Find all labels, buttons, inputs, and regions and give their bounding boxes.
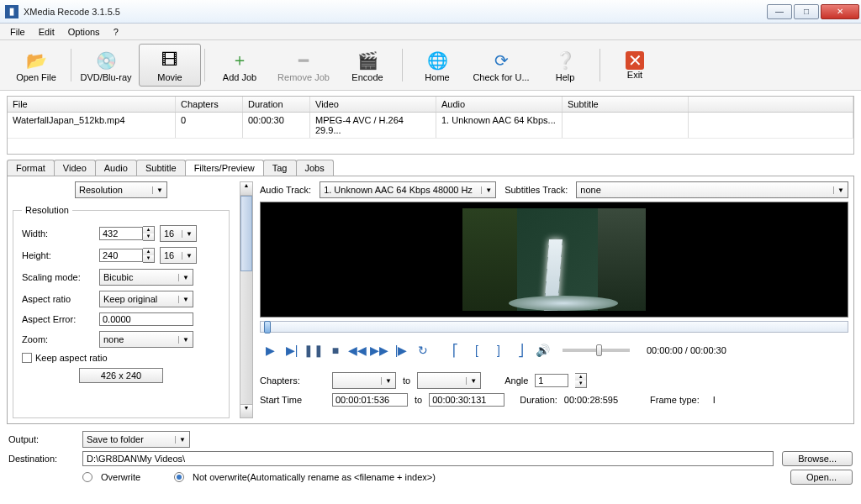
tab-filters[interactable]: Filters/Preview — [185, 160, 264, 176]
start-time-label: Start Time — [260, 395, 325, 405]
tab-subtitle[interactable]: Subtitle — [136, 160, 186, 176]
tab-jobs[interactable]: Jobs — [296, 160, 334, 176]
stop-button[interactable]: ■ — [325, 341, 346, 360]
height-step-select[interactable]: 16▼ — [160, 247, 197, 264]
encode-button[interactable]: 🎬Encode — [336, 44, 399, 87]
menu-help[interactable]: ? — [107, 25, 125, 39]
check-updates-button[interactable]: ⟳Check for U... — [470, 44, 532, 87]
col-duration[interactable]: Duration — [243, 97, 310, 112]
bracket-right-button[interactable]: ] — [489, 341, 509, 360]
tab-format[interactable]: Format — [7, 160, 55, 176]
error-input[interactable]: 0.0000 — [99, 312, 193, 326]
col-video[interactable]: Video — [310, 97, 436, 112]
height-spinner[interactable]: ▲▼ — [143, 248, 155, 263]
pause-button[interactable]: ❚❚ — [304, 341, 324, 360]
help-icon: ❔ — [553, 49, 577, 72]
menu-edit[interactable]: Edit — [32, 25, 61, 39]
output-select[interactable]: Save to folder▼ — [82, 431, 190, 448]
dvd-button[interactable]: 💿DVD/Blu-ray — [75, 44, 137, 87]
output-area: Output: Save to folder▼ Destination: D:\… — [8, 431, 853, 485]
not-overwrite-radio[interactable] — [174, 472, 184, 482]
scaling-select[interactable]: Bicubic▼ — [99, 269, 193, 286]
start-time-input[interactable]: 00:00:01:536 — [332, 393, 408, 407]
tab-audio[interactable]: Audio — [95, 160, 137, 176]
open-button[interactable]: Open... — [790, 470, 853, 485]
width-step-select[interactable]: 16▼ — [160, 225, 197, 242]
left-scrollbar[interactable]: ▲▼ — [240, 181, 253, 418]
video-preview — [260, 202, 848, 318]
destination-input[interactable]: D:\GR8DAN\My Videos\ — [82, 451, 774, 466]
fastfwd-button[interactable]: ▶▶ — [369, 341, 389, 360]
chapter-from-select[interactable]: ▼ — [332, 372, 396, 389]
film-icon: 🎞 — [158, 49, 182, 72]
height-input[interactable]: 240 — [99, 249, 143, 262]
maximize-button[interactable]: □ — [794, 4, 819, 19]
seek-handle[interactable] — [264, 321, 271, 333]
col-audio[interactable]: Audio — [436, 97, 563, 112]
width-input[interactable]: 432 — [99, 227, 143, 240]
bracket-left-button[interactable]: [ — [467, 341, 487, 360]
globe-icon: 🌐 — [425, 49, 449, 72]
movie-button[interactable]: 🎞Movie — [139, 44, 201, 87]
zoom-select[interactable]: none▼ — [99, 331, 193, 348]
angle-spinner[interactable]: ▲▼ — [575, 373, 587, 388]
rewind-button[interactable]: ◀◀ — [347, 341, 367, 360]
add-job-button[interactable]: ＋Add Job — [209, 44, 271, 87]
mark-in-button[interactable]: ⎡ — [445, 341, 465, 360]
minimize-button[interactable]: — — [767, 4, 792, 19]
refresh-icon: ⟳ — [489, 49, 513, 72]
encode-icon: 🎬 — [356, 49, 379, 72]
keep-aspect-label: Keep aspect ratio — [35, 353, 108, 363]
close-button[interactable]: ✕ — [821, 4, 859, 19]
titlebar: ▮ XMedia Recode 3.1.5.5 — □ ✕ — [0, 0, 861, 24]
angle-input[interactable]: 1 — [535, 374, 568, 387]
disc-icon: 💿 — [94, 49, 118, 72]
file-row[interactable]: WaterfallJapan_512kb.mp4 0 00:00:30 MPEG… — [8, 113, 853, 139]
tab-video[interactable]: Video — [54, 160, 96, 176]
keep-aspect-checkbox[interactable] — [22, 353, 32, 363]
duration-label: Duration: — [520, 395, 557, 405]
toolbar: 📂Open File 💿DVD/Blu-ray 🎞Movie ＋Add Job … — [0, 40, 861, 91]
not-overwrite-label: Not overwrite(Automatically rename as <f… — [193, 472, 436, 482]
tab-tag[interactable]: Tag — [263, 160, 297, 176]
menu-options[interactable]: Options — [61, 25, 107, 39]
play-button[interactable]: ▶ — [260, 341, 280, 360]
filter-mode-select[interactable]: Resolution▼ — [75, 181, 167, 198]
playback-controls: ▶ ▶| ❚❚ ■ ◀◀ ▶▶ |▶ ↻ ⎡ [ ] ⎦ 🔊 00:00:00 … — [260, 341, 848, 360]
audio-track-select[interactable]: 1. Unknown AAC 64 Kbps 48000 Hz▼ — [320, 181, 496, 198]
subtitle-track-select[interactable]: none▼ — [576, 181, 848, 198]
overwrite-radio[interactable] — [82, 472, 92, 482]
col-subtitle[interactable]: Subtitle — [563, 97, 689, 112]
exit-button[interactable]: ✕Exit — [604, 44, 666, 87]
browse-button[interactable]: Browse... — [782, 451, 853, 466]
loop-button[interactable]: ↻ — [413, 341, 433, 360]
width-label: Width: — [22, 228, 99, 239]
frametype-value: I — [713, 395, 716, 405]
file-list: File Chapters Duration Video Audio Subti… — [7, 96, 854, 155]
aspect-select[interactable]: Keep original▼ — [99, 291, 193, 307]
open-file-button[interactable]: 📂Open File — [5, 44, 67, 87]
scale-info-button[interactable]: 426 x 240 — [79, 368, 163, 383]
home-button[interactable]: 🌐Home — [406, 44, 468, 87]
plus-icon: ＋ — [228, 49, 251, 72]
mark-out-button[interactable]: ⎦ — [510, 341, 531, 360]
menu-file[interactable]: File — [3, 25, 32, 39]
seek-bar[interactable] — [260, 321, 848, 333]
help-button[interactable]: ❔Help — [534, 44, 596, 87]
filters-panel: Resolution▼ Resolution Width: 432 ▲▼ 16▼… — [7, 176, 854, 424]
step-button[interactable]: |▶ — [391, 341, 411, 360]
volume-slider[interactable] — [563, 349, 630, 352]
next-button[interactable]: ▶| — [282, 341, 302, 360]
col-chapters[interactable]: Chapters — [176, 97, 243, 112]
col-file[interactable]: File — [8, 97, 176, 112]
chapter-to-select[interactable]: ▼ — [417, 372, 481, 389]
angle-label: Angle — [504, 375, 528, 386]
folder-icon: 📂 — [24, 49, 48, 72]
volume-button[interactable]: 🔊 — [532, 341, 552, 360]
minus-icon: ━ — [292, 49, 315, 72]
time-display: 00:00:00 / 00:00:30 — [647, 345, 726, 355]
end-time-input[interactable]: 00:00:30:131 — [429, 393, 504, 407]
aspect-label: Aspect ratio — [22, 294, 99, 304]
tabbar: Format Video Audio Subtitle Filters/Prev… — [7, 160, 854, 176]
width-spinner[interactable]: ▲▼ — [143, 226, 155, 241]
